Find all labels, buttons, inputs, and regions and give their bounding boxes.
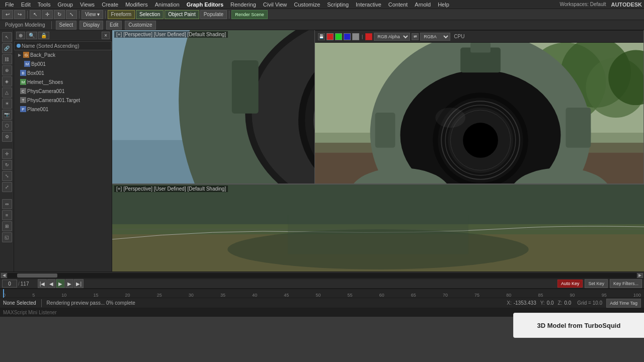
scene-sort-bar: Name (Sorted Ascending) [14,41,112,50]
menu-customize[interactable]: Customize [291,1,323,8]
app-logo: AUTODESK [611,2,642,8]
ctx-edit-btn[interactable]: Edit [106,21,122,30]
render-save-btn[interactable]: 💾 [318,33,325,40]
viewport-bottom[interactable]: [+] [Perspective] [User Defined] [Defaul… [112,184,644,272]
helmet-label: Helmet__Shoes [27,79,63,85]
menu-help[interactable]: Help [435,1,452,8]
scene-lock-btn[interactable]: 🔒 [38,32,49,39]
render-scene-btn[interactable]: Render Scene [231,10,268,19]
menu-tools[interactable]: Tools [35,1,54,8]
physcam-label: PhysCamera001 [27,88,64,94]
next-frame-btn[interactable]: ▶ [65,279,73,288]
tool-align-icon[interactable]: ≡ [2,210,12,220]
menu-interactive[interactable]: Interactive [353,1,384,8]
add-time-tag-btn[interactable]: Add Time Tag [606,299,641,308]
scene-filter-btn[interactable]: ⊕ [16,32,25,39]
ctx-display-btn[interactable]: Display [79,21,103,30]
tool-layer-icon[interactable]: ◱ [2,232,12,242]
menu-civil-view[interactable]: Civil View [260,1,290,8]
tool-select-icon[interactable]: ↖ [2,32,12,42]
freeform-btn[interactable]: Freeform [108,10,135,19]
menu-edit[interactable]: Edit [18,1,34,8]
tree-item-bp001[interactable]: M Bp001 [14,59,112,68]
tree-item-physcam-target[interactable]: T PhysCamera001.Target [14,96,112,105]
menu-graph-editors[interactable]: Graph Editors [184,1,226,8]
tree-item-box001[interactable]: B Box001 [14,68,112,77]
tool-cameras-icon[interactable]: 📷 [2,110,12,120]
viewport-3d[interactable]: [+] [Perspective] [User Defined] [Defaul… [112,30,644,184]
menu-views[interactable]: Views [77,1,98,8]
timeline-scroll-right[interactable]: ▶ [637,273,643,278]
tool-squash-icon[interactable]: ⤢ [2,182,12,192]
color-btn-green[interactable] [335,33,342,40]
play-btn[interactable]: ▶ [56,279,65,288]
tree-item-helmet[interactable]: M Helmet__Shoes [14,77,112,86]
menu-group[interactable]: Group [54,1,76,8]
menu-animation[interactable]: Animation [152,1,183,8]
populate-btn[interactable]: Populate [200,10,227,19]
menu-create[interactable]: Create [99,1,121,8]
menu-arnold[interactable]: Arnold [412,1,434,8]
display-mode-select[interactable]: RGBA RGB [420,33,450,41]
color-btn-blue[interactable] [344,33,351,40]
tool-snap-icon[interactable]: ⊞ [2,221,12,231]
go-end-btn[interactable]: ▶| [74,279,84,288]
tool-scale-icon[interactable]: ⤡ [2,171,12,181]
back-pack-label: Back_Pack [30,52,55,58]
rotate-btn[interactable]: ↻ [54,10,65,19]
tool-link-icon[interactable]: 🔗 [2,43,12,53]
tree-item-back-pack[interactable]: ▶ G Back_Pack [14,50,112,59]
color-btn-red[interactable] [327,33,334,40]
object-paint-btn[interactable]: Object Paint [165,10,199,19]
timeline-scroll-left[interactable]: ◀ [1,273,7,278]
prev-frame-btn[interactable]: ◀ [47,279,55,288]
playhead[interactable] [3,289,4,298]
auto-key-btn[interactable]: Auto Key [557,280,583,288]
go-start-btn[interactable]: |◀ [38,279,47,288]
tool-systems-icon[interactable]: ⚙ [2,132,12,142]
svg-rect-39 [566,108,591,148]
current-frame-input[interactable] [2,280,17,288]
set-key-btn[interactable]: Set Key [585,279,608,288]
tool-bind-icon[interactable]: ⊕ [2,65,12,75]
stop-render-btn[interactable] [365,33,372,40]
channel-select[interactable]: RGB Alpha RGB Alpha [374,33,410,41]
menu-rendering[interactable]: Rendering [227,1,259,8]
key-filters-btn[interactable]: Key Filters... [610,279,642,288]
color-btn-alpha[interactable] [352,33,359,40]
render-status: Rendering preview pass... 0% complete [47,300,135,306]
tree-item-physcam[interactable]: C PhysCamera001 [14,86,112,96]
tool-lights-icon[interactable]: ☀ [2,99,12,109]
ctx-customize-btn[interactable]: Customize [125,21,155,30]
menu-scripting[interactable]: Scripting [324,1,352,8]
tree-item-plane001[interactable]: P Plane001 [14,105,112,114]
timeline-scroll-thumb[interactable] [17,274,57,278]
channel-swap-btn[interactable]: ⇄ [412,33,419,40]
tool-helpers-icon[interactable]: ⬡ [2,121,12,131]
tool-mirror-icon[interactable]: ⇔ [2,199,12,209]
select-btn[interactable]: ↖ [30,10,41,19]
tool-unlink-icon[interactable]: ⛓ [2,54,12,64]
tool-geo-icon[interactable]: ◈ [2,76,12,86]
viewport-label: [+] [Perspective] [User Defined] [Defaul… [114,31,228,38]
menu-content[interactable]: Content [385,1,411,8]
ctx-select-btn[interactable]: Select [56,21,77,30]
move-btn[interactable]: ✛ [42,10,53,19]
selection-btn[interactable]: Selection [136,10,164,19]
ctx-sep [51,21,52,29]
scene-search-btn[interactable]: 🔍 [26,32,37,39]
menu-modifiers[interactable]: Modifiers [122,1,151,8]
expand-back-pack[interactable]: ▶ [17,52,22,57]
view-dropdown[interactable]: View▾ [82,10,103,19]
channel-pipe-btn[interactable]: | [361,34,364,39]
redo-btn[interactable]: ↪ [14,10,25,19]
tool-rotate-icon[interactable]: ↻ [2,160,12,170]
undo-btn[interactable]: ↩ [2,10,13,19]
tool-shapes-icon[interactable]: △ [2,87,12,98]
scale-btn[interactable]: ⤡ [66,10,77,19]
ruler-30: 30 [189,293,194,298]
tool-move-icon[interactable]: ✛ [2,149,12,159]
scene-close-btn[interactable]: × [102,32,110,39]
timeline-ruler[interactable]: 0 5 10 15 20 25 30 35 40 45 50 55 60 65 … [0,289,644,298]
menu-file[interactable]: File [2,1,17,8]
